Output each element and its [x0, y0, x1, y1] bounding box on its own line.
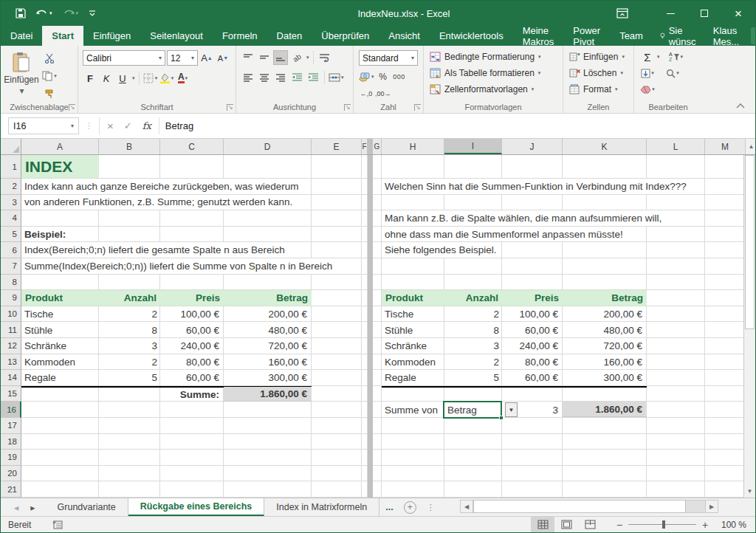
vertical-scrollbar[interactable]: ▼	[743, 155, 755, 498]
column-header-g[interactable]: G	[373, 139, 382, 154]
sort-filter-icon[interactable]: AZ ▾	[669, 49, 684, 64]
cell-h11[interactable]: Stühle	[385, 322, 413, 338]
copy-icon[interactable]: ▾	[42, 69, 57, 83]
tab-seitenlayout[interactable]: Seitenlayout	[140, 26, 213, 46]
chevron-down-icon[interactable]: ▾	[76, 10, 79, 16]
select-all-corner[interactable]	[1, 139, 21, 154]
cell-i9[interactable]: Anzahl	[444, 290, 502, 306]
font-color-icon[interactable]: A ▾	[176, 71, 190, 86]
column-header-b[interactable]: B	[99, 139, 160, 154]
prev-sheet-icon[interactable]: ◂	[14, 502, 18, 513]
more-sheets-indicator[interactable]: ...	[379, 498, 399, 516]
grow-font-icon[interactable]: A▲	[199, 51, 214, 66]
wrap-text-icon[interactable]	[317, 50, 332, 65]
collapse-ribbon-icon[interactable]	[736, 103, 745, 109]
row-header[interactable]: 21	[1, 481, 21, 498]
bold-button[interactable]: F	[83, 71, 97, 86]
format-cells-button[interactable]: Format ▾	[566, 81, 633, 97]
cell-d14[interactable]: 300,00 €	[224, 370, 307, 386]
cell-c15[interactable]: Summe:	[160, 387, 219, 403]
minimize-button[interactable]	[653, 1, 687, 26]
column-header-f[interactable]: F	[362, 139, 368, 154]
cell-j14[interactable]: 60,00 €	[502, 370, 558, 386]
formula-bar-handle[interactable]: ⋮	[79, 121, 99, 131]
cell-h4[interactable]: Man kann z.B. die Spalte wählen, die man…	[382, 210, 662, 226]
tab-power-pivot[interactable]: Power Pivot	[563, 26, 610, 46]
row-header[interactable]: 8	[1, 275, 21, 291]
row-header[interactable]: 11	[1, 322, 21, 338]
cell-c9[interactable]: Preis	[160, 290, 224, 306]
find-icon[interactable]: ▾	[665, 66, 680, 80]
data-validation-dropdown-icon[interactable]: ▼	[505, 402, 518, 417]
customize-qat-icon[interactable]	[89, 10, 96, 17]
row-header-selected[interactable]: 16	[1, 402, 21, 418]
tab-entwicklertools[interactable]: Entwicklertools	[430, 26, 513, 46]
cell-h16[interactable]: Summe von	[385, 402, 438, 418]
fill-color-icon[interactable]: ▾	[159, 71, 174, 86]
cell-d13[interactable]: 160,00 €	[224, 354, 307, 371]
cell-a2[interactable]: Index kann auch ganze Bereiche zurückgeb…	[21, 179, 298, 194]
tab-ueberpruefen[interactable]: Überprüfen	[312, 26, 379, 46]
formula-input[interactable]: Betrag	[159, 120, 755, 131]
cell-a9[interactable]: Produkt	[21, 290, 99, 306]
scroll-right-icon[interactable]: ▶	[705, 500, 718, 513]
cell-c10[interactable]: 100,00 €	[160, 306, 219, 323]
sheet-tab-grundvariante[interactable]: Grundvariante	[46, 498, 128, 516]
italic-button[interactable]: K	[99, 71, 114, 86]
cell-c11[interactable]: 60,00 €	[160, 322, 219, 338]
scroll-down-icon[interactable]: ▼	[744, 485, 755, 498]
tell-me-box[interactable]: Sie wünsc	[653, 26, 706, 46]
cell-i13[interactable]: 2	[444, 354, 499, 371]
tab-datei[interactable]: Datei	[1, 26, 42, 46]
accounting-format-icon[interactable]: ▾	[359, 69, 374, 84]
tab-einfuegen[interactable]: Einfügen	[83, 26, 140, 46]
align-right-icon[interactable]	[273, 70, 288, 85]
insert-cells-button[interactable]: Einfügen ▾	[566, 49, 633, 65]
zoom-slider[interactable]: − +	[612, 519, 712, 531]
orientation-icon[interactable]: ab	[286, 47, 307, 68]
merge-center-icon[interactable]: ▾	[329, 70, 344, 85]
row-header[interactable]: 9	[1, 290, 21, 306]
increase-indent-icon[interactable]	[306, 70, 320, 85]
column-header-e[interactable]: E	[312, 139, 362, 154]
scroll-left-icon[interactable]: ◀	[460, 500, 473, 513]
delete-cells-button[interactable]: Löschen ▾	[566, 65, 633, 81]
dialog-launcher-icon[interactable]: ↘	[414, 104, 421, 111]
cell-h12[interactable]: Schränke	[385, 338, 427, 354]
share-button[interactable]: Freigeben	[751, 27, 756, 44]
cell-a6[interactable]: Index(Bereich;0;n) liefert die gesamte S…	[21, 242, 285, 258]
dialog-launcher-icon[interactable]: ↘	[227, 104, 233, 111]
cell-d9[interactable]: Betrag	[224, 290, 312, 306]
cell-b12[interactable]: 3	[99, 338, 157, 354]
decrease-indent-icon[interactable]	[289, 70, 304, 85]
align-bottom-icon[interactable]	[273, 50, 288, 65]
split-bar[interactable]	[368, 139, 373, 154]
cell-b9[interactable]: Anzahl	[99, 290, 160, 306]
cell-b11[interactable]: 8	[99, 322, 157, 338]
row-header[interactable]: 20	[1, 466, 21, 482]
close-button[interactable]: ×	[721, 1, 755, 26]
cell-h13[interactable]: Kommoden	[385, 354, 436, 371]
column-header-m[interactable]: M	[705, 139, 745, 154]
cell-j9[interactable]: Preis	[502, 290, 563, 306]
row-header[interactable]: 15	[1, 386, 21, 402]
row-header[interactable]: 19	[1, 450, 21, 466]
cell-k11[interactable]: 480,00 €	[563, 322, 642, 338]
tab-formeln[interactable]: Formeln	[213, 26, 267, 46]
tab-ansicht[interactable]: Ansicht	[379, 26, 430, 46]
split-bar[interactable]	[368, 155, 373, 498]
cell-b14[interactable]: 5	[99, 370, 157, 386]
cell-a13[interactable]: Kommoden	[24, 354, 75, 371]
sheet-options-icon[interactable]: ⋮	[421, 498, 441, 516]
font-family-select[interactable]: Calibri ▾	[83, 50, 165, 66]
autosum-icon[interactable]: Σ	[640, 49, 655, 64]
cell-a10[interactable]: Tische	[24, 306, 53, 323]
name-box[interactable]: I16 ▾	[8, 117, 79, 134]
column-header-l[interactable]: L	[647, 139, 705, 154]
horizontal-scrollbar-thumb[interactable]	[473, 500, 686, 513]
cell-j11[interactable]: 60,00 €	[502, 322, 558, 338]
conditional-formatting-button[interactable]: Bedingte Formatierung ▾	[427, 49, 563, 65]
cell-c13[interactable]: 80,00 €	[160, 354, 219, 371]
cell-c12[interactable]: 240,00 €	[160, 338, 219, 354]
align-top-icon[interactable]	[241, 50, 255, 65]
